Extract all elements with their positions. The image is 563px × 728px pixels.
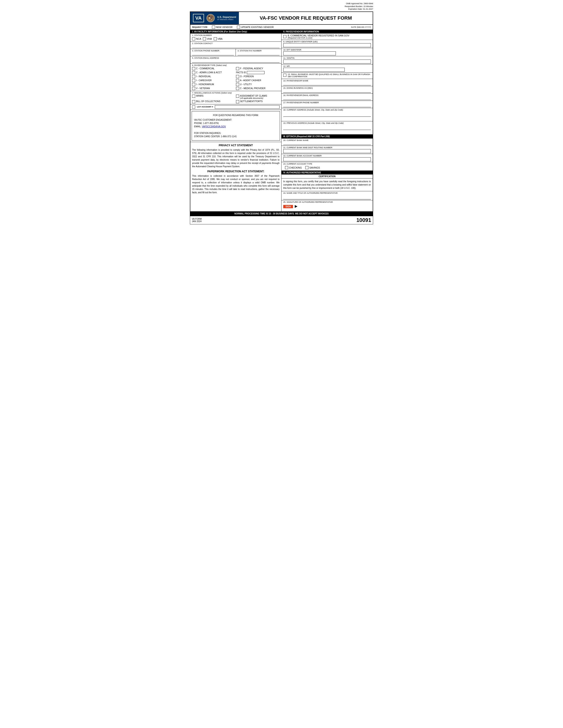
va-logo: VA 🦅 U.S. Department of Veterans Affairs — [190, 12, 239, 24]
vendor-utility[interactable]: U - UTILITY — [236, 83, 279, 86]
uei-input[interactable] — [283, 43, 371, 47]
field10: 10. EFT IDENTIFER — [282, 48, 373, 56]
vba-checkbox[interactable]: VBA — [214, 37, 222, 40]
lgy-input[interactable] — [215, 105, 279, 109]
account-number-input[interactable] — [283, 157, 371, 161]
vendor-individual[interactable]: I - INDIVIDUAL — [192, 75, 235, 78]
station-contact-input[interactable] — [192, 45, 279, 48]
phone-label: 3. STATION PHONE NUMBER — [192, 50, 234, 52]
fax-input[interactable] — [237, 52, 279, 55]
field22: 22. CURRENT BANK ACCOUNT NUMBER — [282, 154, 373, 162]
lgy-checkbox[interactable] — [192, 105, 195, 109]
va-dept: U.S. Department of Veterans Affairs — [217, 16, 236, 21]
svg-text:🦅: 🦅 — [208, 15, 214, 21]
field11-label: 11. SSN/TIN — [283, 57, 371, 59]
update-vendor-cb[interactable] — [237, 26, 240, 29]
new-vendor-label: NEW VENDOR — [216, 26, 233, 28]
main-form: REQUEST TYPE NEW VENDOR UPDATE EXISTING … — [190, 25, 373, 216]
bank-name-input[interactable] — [283, 142, 371, 145]
savings-checkbox[interactable]: SAVINGS — [305, 166, 320, 169]
vendor-honorarium[interactable]: I - HONORARIUM — [192, 83, 235, 86]
section4-header: IV. AUTHORIZED REPRESENTATIVE — [282, 171, 373, 174]
ssn-input[interactable] — [283, 60, 371, 64]
vendor-email-input[interactable] — [283, 97, 371, 100]
phone-input[interactable] — [192, 52, 234, 55]
request-type-row: REQUEST TYPE NEW VENDOR UPDATE EXISTING … — [190, 25, 373, 30]
field19-label: 19. PREVIOUS ADDRESS (Include Street, Ci… — [283, 122, 371, 124]
field13: 13. SMALL BUSINESS -MUST BE QUALIFIED AS… — [282, 73, 373, 79]
date-label: DATE (MM-DD-YYYY) — [351, 26, 371, 28]
vendor-commercial[interactable]: C - COMMERCIAL — [192, 67, 235, 70]
request-type-label: REQUEST TYPE — [192, 26, 207, 28]
vendor-phone-input[interactable] — [283, 104, 371, 107]
sign-button[interactable]: SIGN — [283, 205, 293, 208]
field11: 11. SSN/TIN — [282, 56, 373, 64]
field20: 20. CURRENT BANK NAME — [282, 139, 373, 146]
field23: 23. CURRENT ACCOUNT TYPE CHECKING SAVING… — [282, 162, 373, 171]
phone-field: 3. STATION PHONE NUMBER — [190, 49, 236, 56]
misc-settlement[interactable]: SETTLEMENT/TORTS — [236, 100, 279, 103]
eft-input[interactable] — [283, 51, 336, 55]
section1-header: I. VA FACILITY INFORMATION (For Station … — [190, 30, 281, 34]
misc-winrs[interactable]: WINRS — [192, 94, 235, 99]
field21-label: 21. CURRENT BANK NINE-DIGIT ROUTING NUMB… — [283, 146, 371, 149]
footer-bar: NORMAL PROCESSING TIME IS 15 - 30 BUSINE… — [190, 212, 373, 216]
field20-label: 20. CURRENT BANK NAME — [283, 139, 371, 141]
vendor-admin-loan[interactable]: C - ADMIN LOAN & ACCT — [192, 71, 235, 74]
auth-name-input[interactable] — [283, 196, 371, 199]
station-email-input[interactable] — [192, 60, 279, 63]
facts-id-input[interactable] — [247, 71, 264, 74]
station-email-field: 5. STATION EMAIL ADDRESS — [190, 56, 281, 64]
misc-bill-collections[interactable]: BILL OF COLLECTIONS — [192, 100, 235, 103]
main-two-col: I. VA FACILITY INFORMATION (For Station … — [190, 30, 373, 212]
current-address-input[interactable] — [283, 114, 371, 117]
field21: 21. CURRENT BANK NINE-DIGIT ROUTING NUMB… — [282, 146, 373, 154]
field17: 17. PAYEE/VENDOR PHONE NUMBER — [282, 101, 373, 108]
account-type-row: CHECKING SAVINGS — [283, 165, 371, 170]
previous-address-input[interactable] — [283, 127, 371, 130]
field12: 12. NPI — [282, 64, 373, 73]
npi-input[interactable] — [283, 68, 345, 72]
vendor-caregiver[interactable]: I - CAREGIVER — [192, 79, 235, 82]
email-link[interactable]: VAFSCCSHD@VA.GOV — [202, 125, 226, 128]
vendor-medical[interactable]: C - MEDICAL PROVIDER — [236, 87, 279, 90]
field16: 16. PAYEE/VENDOR EMAIL ADDRESS — [282, 94, 373, 101]
field15: 15. DOING BUSINESS AS (DBA) — [282, 86, 373, 94]
arrow-icon: ▶ — [295, 204, 298, 208]
omb-line3: Expiration Date: 01-31-2027 — [348, 8, 373, 10]
vendor-federal[interactable]: F - FEDERAL AGENCY — [236, 67, 279, 70]
section3-header: III. EFT/ACH (Required IAW 31 CFR Part 2… — [282, 135, 373, 139]
privacy-section: PRIVACY ACT STATEMENT The following info… — [190, 142, 281, 196]
field8-checkbox[interactable]: 8. COMMERCIAL VENDOR REGISTERED IN SAM.G… — [283, 34, 371, 39]
form-title: VA-FSC VENDOR FILE REQUEST FORM — [239, 12, 373, 24]
field18: 18. CURRENT ADDRESS (Include Street, Cit… — [282, 108, 373, 121]
vendor-name-input[interactable] — [283, 82, 371, 85]
misc-assignment[interactable]: ASSIGNMENT OF CLAIMS (All applicable doc… — [236, 94, 279, 99]
vendor-agent-cashier[interactable]: A - AGENT CASHIER — [236, 79, 279, 82]
field24: 24. NAME AND TITLE OF AUTHORIZED REPRESE… — [282, 191, 373, 200]
routing-input[interactable] — [283, 149, 371, 153]
omb-line1: OMB Approved No. 2900-0846 — [346, 2, 373, 5]
new-vendor-checkbox[interactable]: NEW VENDOR — [212, 26, 233, 29]
lgy-row: LGY ACCOUNT # — [190, 104, 281, 110]
misc-section: 7. MISCELLANEOUS ACTIONS (Select one) WI… — [190, 91, 281, 104]
nca-checkbox[interactable]: NCA — [192, 37, 201, 40]
lgy-label: LGY ACCOUNT # — [197, 106, 213, 108]
cert-title: CERTIFICATION — [282, 174, 373, 178]
vha-checkbox[interactable]: VHA — [203, 37, 212, 40]
station-number-field: 1. STATION NUMBER NCA VHA VBA — [190, 34, 281, 42]
field13-checkbox[interactable]: 13. SMALL BUSINESS -MUST BE QUALIFIED AS… — [283, 73, 371, 78]
new-vendor-cb[interactable] — [212, 26, 215, 29]
checking-checkbox[interactable]: CHECKING — [285, 166, 302, 169]
dba-input[interactable] — [283, 90, 371, 93]
field14: 14. PAYEE/VENDOR NAME — [282, 79, 373, 86]
field25: 25. SIGNATURE OF AUTHORIZED REPRESENTATI… — [282, 200, 373, 211]
update-vendor-checkbox[interactable]: UPDATE EXISTING VENDOR — [237, 26, 273, 29]
info-box-title: FOR QUESTIONS REGARDING THIS FORM: — [194, 114, 277, 117]
vendor-foreign[interactable]: O - FOREIGN — [236, 75, 279, 78]
field16-label: 16. PAYEE/VENDOR EMAIL ADDRESS — [283, 94, 371, 96]
vendor-veteran[interactable]: V - VETERAN — [192, 87, 235, 90]
cert-text: In signing this form, you certify that y… — [282, 178, 373, 191]
field10-label: 10. EFT IDENTIFER — [283, 49, 371, 51]
field14-label: 14. PAYEE/VENDOR NAME — [283, 80, 371, 82]
